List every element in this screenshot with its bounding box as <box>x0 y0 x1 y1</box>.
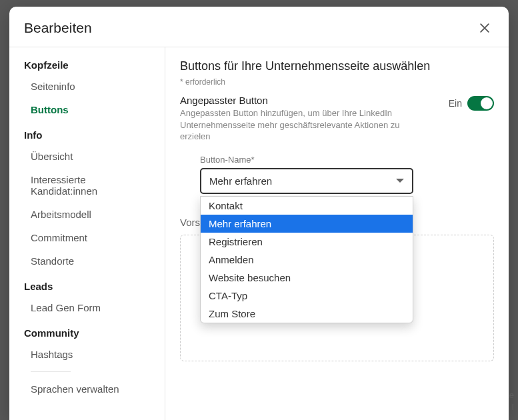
custom-button-toggle[interactable] <box>467 96 494 111</box>
close-icon <box>478 21 491 35</box>
option-kontakt[interactable]: Kontakt <box>201 197 413 215</box>
button-name-dropdown: Kontakt Mehr erfahren Registrieren Anmel… <box>200 196 413 323</box>
sidebar-item-seiteninfo[interactable]: Seiteninfo <box>9 75 165 98</box>
button-name-select[interactable]: Mehr erfahren <box>200 168 413 194</box>
toggle-wrap: Ein <box>449 96 494 111</box>
sidebar-item-uebersicht[interactable]: Übersicht <box>9 145 165 168</box>
nav-heading: Community <box>9 322 165 343</box>
option-mehr-erfahren[interactable]: Mehr erfahren <box>201 215 413 233</box>
option-zum-store[interactable]: Zum Store <box>201 305 413 323</box>
option-website-besuchen[interactable]: Website besuchen <box>201 269 413 287</box>
modal-title: Bearbeiten <box>24 20 92 36</box>
nav-section-community: Community Hashtags <box>9 322 165 366</box>
button-name-field: Button-Name* Mehr erfahren Kontakt Mehr … <box>200 155 494 194</box>
content-pane[interactable]: Buttons für Ihre Unternehmensseite auswä… <box>165 47 509 420</box>
custom-button-desc: Angepassten Button hinzufügen, um über I… <box>180 107 420 143</box>
option-registrieren[interactable]: Registrieren <box>201 233 413 251</box>
sidebar-item-commitment[interactable]: Commitment <box>9 226 165 249</box>
sidebar-item-hashtags[interactable]: Hashtags <box>9 343 165 366</box>
select-value: Mehr erfahren <box>209 175 272 187</box>
nav-section-kopfzeile: Kopfzeile Seiteninfo Buttons <box>9 54 165 121</box>
sidebar-item-leadgenform[interactable]: Lead Gen Form <box>9 296 165 319</box>
modal-header: Bearbeiten <box>9 7 509 47</box>
nav-section-info: Info Übersicht Interessierte Kandidat:in… <box>9 124 165 273</box>
option-cta-typ[interactable]: CTA-Typ <box>201 287 413 305</box>
sidebar[interactable]: Kopfzeile Seiteninfo Buttons Info Übersi… <box>9 47 165 420</box>
edit-modal: Bearbeiten Kopfzeile Seiteninfo Buttons … <box>9 7 509 420</box>
nav-section-leads: Leads Lead Gen Form <box>9 275 165 319</box>
content-heading: Buttons für Ihre Unternehmensseite auswä… <box>180 59 494 73</box>
close-button[interactable] <box>475 19 494 37</box>
option-anmelden[interactable]: Anmelden <box>201 251 413 269</box>
nav-heading: Info <box>9 124 165 145</box>
sidebar-item-standorte[interactable]: Standorte <box>9 249 165 273</box>
custom-button-row: Angepasster Button Angepassten Button hi… <box>180 95 494 143</box>
custom-button-title: Angepasster Button <box>180 95 439 106</box>
sidebar-item-arbeitsmodell[interactable]: Arbeitsmodell <box>9 203 165 226</box>
sidebar-item-buttons[interactable]: Buttons <box>9 98 165 121</box>
sidebar-item-sprachen[interactable]: Sprachen verwalten <box>9 377 165 401</box>
nav-heading: Leads <box>9 275 165 296</box>
custom-button-text: Angepasster Button Angepassten Button hi… <box>180 95 439 143</box>
toggle-label: Ein <box>449 98 462 109</box>
modal-body: Kopfzeile Seiteninfo Buttons Info Übersi… <box>9 47 509 420</box>
toggle-knob <box>481 97 493 109</box>
nav-divider <box>31 371 71 372</box>
nav-heading: Kopfzeile <box>9 54 165 75</box>
button-name-label: Button-Name* <box>200 155 494 165</box>
required-note: * erforderlich <box>180 77 494 87</box>
sidebar-item-kandidaten[interactable]: Interessierte Kandidat:innen <box>9 168 165 203</box>
chevron-down-icon <box>396 179 404 183</box>
